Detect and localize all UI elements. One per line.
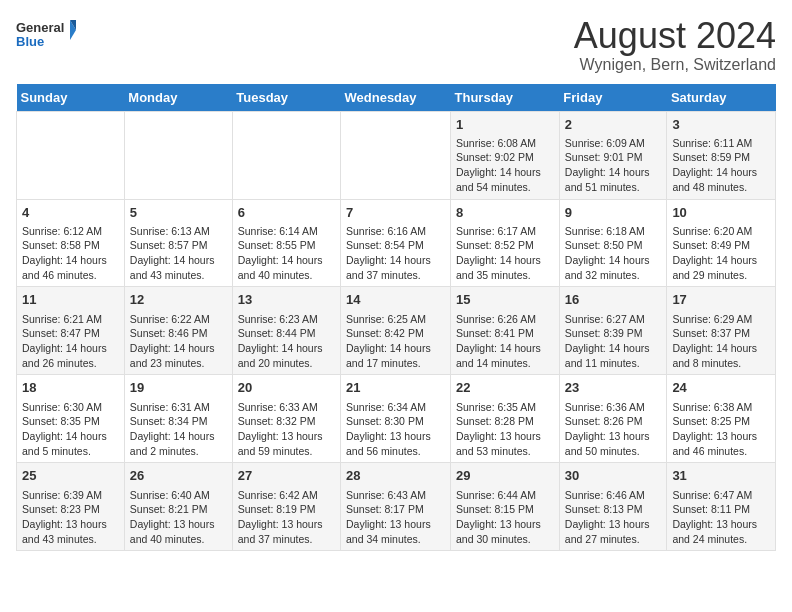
day-number: 16 xyxy=(565,291,662,309)
calendar-cell: 1Sunrise: 6:08 AMSunset: 9:02 PMDaylight… xyxy=(451,111,560,199)
calendar-cell xyxy=(232,111,340,199)
cell-text: Sunset: 8:44 PM xyxy=(238,326,335,341)
cell-text: Sunrise: 6:23 AM xyxy=(238,312,335,327)
cell-text: Sunrise: 6:22 AM xyxy=(130,312,227,327)
cell-text: Daylight: 14 hours and 2 minutes. xyxy=(130,429,227,458)
cell-text: Sunrise: 6:17 AM xyxy=(456,224,554,239)
calendar-cell: 22Sunrise: 6:35 AMSunset: 8:28 PMDayligh… xyxy=(451,375,560,463)
calendar-table: SundayMondayTuesdayWednesdayThursdayFrid… xyxy=(16,84,776,552)
page-header: General Blue August 2024 Wynigen, Bern, … xyxy=(16,16,776,74)
cell-text: Sunrise: 6:18 AM xyxy=(565,224,662,239)
calendar-cell: 7Sunrise: 6:16 AMSunset: 8:54 PMDaylight… xyxy=(341,199,451,287)
day-number: 1 xyxy=(456,116,554,134)
calendar-cell: 4Sunrise: 6:12 AMSunset: 8:58 PMDaylight… xyxy=(17,199,125,287)
cell-text: Sunset: 8:21 PM xyxy=(130,502,227,517)
calendar-cell: 2Sunrise: 6:09 AMSunset: 9:01 PMDaylight… xyxy=(559,111,667,199)
cell-text: Sunset: 8:49 PM xyxy=(672,238,770,253)
calendar-cell xyxy=(124,111,232,199)
cell-text: Sunset: 8:50 PM xyxy=(565,238,662,253)
calendar-cell: 10Sunrise: 6:20 AMSunset: 8:49 PMDayligh… xyxy=(667,199,776,287)
cell-text: Sunrise: 6:12 AM xyxy=(22,224,119,239)
cell-text: Daylight: 14 hours and 51 minutes. xyxy=(565,165,662,194)
cell-text: Sunrise: 6:47 AM xyxy=(672,488,770,503)
calendar-cell: 11Sunrise: 6:21 AMSunset: 8:47 PMDayligh… xyxy=(17,287,125,375)
header-friday: Friday xyxy=(559,84,667,112)
day-number: 9 xyxy=(565,204,662,222)
day-number: 15 xyxy=(456,291,554,309)
cell-text: Daylight: 14 hours and 48 minutes. xyxy=(672,165,770,194)
calendar-cell: 12Sunrise: 6:22 AMSunset: 8:46 PMDayligh… xyxy=(124,287,232,375)
day-number: 12 xyxy=(130,291,227,309)
cell-text: Sunset: 8:11 PM xyxy=(672,502,770,517)
calendar-header-row: SundayMondayTuesdayWednesdayThursdayFrid… xyxy=(17,84,776,112)
svg-text:General: General xyxy=(16,20,64,35)
calendar-cell: 19Sunrise: 6:31 AMSunset: 8:34 PMDayligh… xyxy=(124,375,232,463)
cell-text: Sunrise: 6:34 AM xyxy=(346,400,445,415)
cell-text: Sunset: 8:26 PM xyxy=(565,414,662,429)
cell-text: Sunset: 8:59 PM xyxy=(672,150,770,165)
cell-text: Daylight: 13 hours and 37 minutes. xyxy=(238,517,335,546)
calendar-cell: 23Sunrise: 6:36 AMSunset: 8:26 PMDayligh… xyxy=(559,375,667,463)
cell-text: Daylight: 13 hours and 56 minutes. xyxy=(346,429,445,458)
header-sunday: Sunday xyxy=(17,84,125,112)
cell-text: Sunset: 9:01 PM xyxy=(565,150,662,165)
header-thursday: Thursday xyxy=(451,84,560,112)
cell-text: Sunset: 8:54 PM xyxy=(346,238,445,253)
cell-text: Daylight: 13 hours and 40 minutes. xyxy=(130,517,227,546)
calendar-cell: 8Sunrise: 6:17 AMSunset: 8:52 PMDaylight… xyxy=(451,199,560,287)
cell-text: Sunrise: 6:14 AM xyxy=(238,224,335,239)
calendar-cell xyxy=(17,111,125,199)
cell-text: Daylight: 14 hours and 23 minutes. xyxy=(130,341,227,370)
day-number: 29 xyxy=(456,467,554,485)
cell-text: Daylight: 14 hours and 43 minutes. xyxy=(130,253,227,282)
cell-text: Sunrise: 6:39 AM xyxy=(22,488,119,503)
calendar-cell: 15Sunrise: 6:26 AMSunset: 8:41 PMDayligh… xyxy=(451,287,560,375)
cell-text: Sunrise: 6:26 AM xyxy=(456,312,554,327)
calendar-cell xyxy=(341,111,451,199)
cell-text: Daylight: 14 hours and 26 minutes. xyxy=(22,341,119,370)
cell-text: Sunset: 8:19 PM xyxy=(238,502,335,517)
calendar-week-row: 25Sunrise: 6:39 AMSunset: 8:23 PMDayligh… xyxy=(17,463,776,551)
calendar-cell: 18Sunrise: 6:30 AMSunset: 8:35 PMDayligh… xyxy=(17,375,125,463)
calendar-cell: 25Sunrise: 6:39 AMSunset: 8:23 PMDayligh… xyxy=(17,463,125,551)
calendar-cell: 9Sunrise: 6:18 AMSunset: 8:50 PMDaylight… xyxy=(559,199,667,287)
calendar-cell: 30Sunrise: 6:46 AMSunset: 8:13 PMDayligh… xyxy=(559,463,667,551)
month-year-title: August 2024 xyxy=(574,16,776,56)
cell-text: Sunrise: 6:42 AM xyxy=(238,488,335,503)
day-number: 20 xyxy=(238,379,335,397)
cell-text: Sunrise: 6:35 AM xyxy=(456,400,554,415)
day-number: 11 xyxy=(22,291,119,309)
header-saturday: Saturday xyxy=(667,84,776,112)
cell-text: Sunset: 9:02 PM xyxy=(456,150,554,165)
day-number: 22 xyxy=(456,379,554,397)
cell-text: Sunrise: 6:33 AM xyxy=(238,400,335,415)
cell-text: Sunrise: 6:44 AM xyxy=(456,488,554,503)
cell-text: Sunrise: 6:46 AM xyxy=(565,488,662,503)
cell-text: Daylight: 14 hours and 46 minutes. xyxy=(22,253,119,282)
header-monday: Monday xyxy=(124,84,232,112)
calendar-cell: 29Sunrise: 6:44 AMSunset: 8:15 PMDayligh… xyxy=(451,463,560,551)
cell-text: Daylight: 13 hours and 30 minutes. xyxy=(456,517,554,546)
cell-text: Sunset: 8:39 PM xyxy=(565,326,662,341)
calendar-cell: 31Sunrise: 6:47 AMSunset: 8:11 PMDayligh… xyxy=(667,463,776,551)
cell-text: Sunrise: 6:29 AM xyxy=(672,312,770,327)
cell-text: Sunset: 8:58 PM xyxy=(22,238,119,253)
cell-text: Daylight: 13 hours and 34 minutes. xyxy=(346,517,445,546)
cell-text: Sunrise: 6:13 AM xyxy=(130,224,227,239)
cell-text: Daylight: 14 hours and 20 minutes. xyxy=(238,341,335,370)
day-number: 7 xyxy=(346,204,445,222)
day-number: 6 xyxy=(238,204,335,222)
cell-text: Sunset: 8:32 PM xyxy=(238,414,335,429)
day-number: 23 xyxy=(565,379,662,397)
calendar-cell: 13Sunrise: 6:23 AMSunset: 8:44 PMDayligh… xyxy=(232,287,340,375)
calendar-cell: 21Sunrise: 6:34 AMSunset: 8:30 PMDayligh… xyxy=(341,375,451,463)
calendar-cell: 28Sunrise: 6:43 AMSunset: 8:17 PMDayligh… xyxy=(341,463,451,551)
day-number: 3 xyxy=(672,116,770,134)
cell-text: Sunrise: 6:20 AM xyxy=(672,224,770,239)
cell-text: Sunset: 8:57 PM xyxy=(130,238,227,253)
cell-text: Daylight: 13 hours and 53 minutes. xyxy=(456,429,554,458)
cell-text: Sunrise: 6:31 AM xyxy=(130,400,227,415)
cell-text: Sunrise: 6:16 AM xyxy=(346,224,445,239)
cell-text: Daylight: 14 hours and 5 minutes. xyxy=(22,429,119,458)
cell-text: Daylight: 14 hours and 29 minutes. xyxy=(672,253,770,282)
